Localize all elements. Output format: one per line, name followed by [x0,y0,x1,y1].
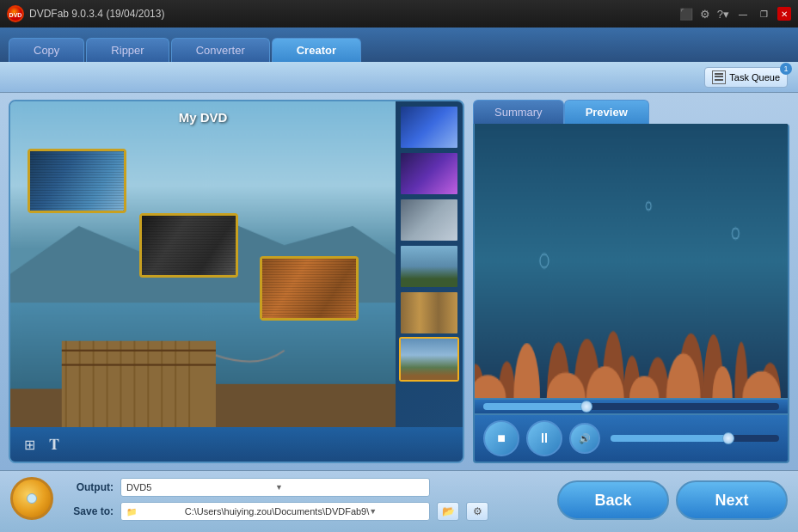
volume-thumb[interactable] [722,432,734,444]
tab-converter[interactable]: Converter [171,38,270,62]
next-button[interactable]: Next [676,480,788,520]
tab-creator[interactable]: Creator [272,38,361,62]
volume-button[interactable]: 🔊 [569,423,600,454]
titlebar-left: DVD DVDFab 9.0.3.4 (19/04/2013) [7,5,164,22]
tab-ripper[interactable]: Ripper [86,38,169,62]
thumbnail-strip [396,101,463,427]
dvd-title: My DVD [10,110,396,125]
thumbnail-6[interactable] [399,337,459,382]
video-canvas [475,124,788,398]
output-value: DVD5 [126,482,275,492]
action-buttons: Back Next [557,480,788,520]
tab-summary[interactable]: Summary [473,100,564,124]
saveto-dropdown-arrow-icon: ▼ [369,507,424,516]
output-settings: Output: DVD5 ▼ Save to: 📁 C:\Users\huiyi… [0,470,798,532]
minimize-button[interactable]: — [736,7,750,21]
volume-slider[interactable] [611,435,779,442]
titlebar: DVD DVDFab 9.0.3.4 (19/04/2013) ⬛ ⚙ ?▾ —… [0,0,798,28]
grid-tool-button[interactable]: ⊞ [24,437,35,453]
saveto-input[interactable]: 📁 C:\Users\huiying.zou\Documents\DVDFab9… [120,502,430,521]
restore-button[interactable]: ❐ [757,7,770,21]
thumbnail-5[interactable] [399,290,459,335]
dvd-creator-panel: My DVD Coral Sea Dreaming.rmvb Cold War.… [9,100,464,463]
right-panel: Summary Preview ■ ⏸ 🔊 [473,100,789,463]
tab-copy[interactable]: Copy [9,38,84,62]
player-controls: ■ ⏸ 🔊 [473,415,789,463]
main-content: My DVD Coral Sea Dreaming.rmvb Cold War.… [0,93,798,470]
gear-icon[interactable]: ⚙ [700,8,710,21]
dvd-hole [27,493,37,504]
settings-small-button[interactable]: ⚙ [466,502,488,521]
video-thumb-1[interactable]: Coral Sea Dreaming.rmvb [28,149,126,213]
dropdown-arrow-icon: ▼ [275,483,424,492]
app-title: DVDFab 9.0.3.4 (19/04/2013) [29,8,164,20]
queue-icon [712,70,726,84]
monitor-icon[interactable]: ⬛ [679,8,693,21]
task-queue-badge: 1 [780,63,792,75]
saveto-label: Save to: [62,505,114,517]
seek-bar[interactable] [483,403,779,410]
dvd-preview-area: My DVD Coral Sea Dreaming.rmvb Cold War.… [10,101,396,427]
svg-text:DVD: DVD [9,12,22,18]
output-dropdown[interactable]: DVD5 ▼ [120,478,430,497]
task-queue-button[interactable]: Task Queue 1 [704,67,788,88]
dvd-disc-icon [10,477,53,520]
text-tool-button[interactable]: 𝐓 [49,436,59,454]
stop-icon: ■ [497,431,506,446]
seek-thumb[interactable] [580,401,592,413]
settings-small-icon: ⚙ [473,505,482,517]
folder-icon: 📂 [442,505,455,517]
preview-tabs: Summary Preview [473,100,789,124]
saveto-value: C:\Users\huiying.zou\Documents\DVDFab9\ [185,506,370,517]
browse-folder-button[interactable]: 📂 [437,502,459,521]
video-thumb-2[interactable]: Cold War.rmvb [139,213,238,278]
app-logo: DVD [7,5,24,22]
stop-button[interactable]: ■ [483,420,519,456]
creator-toolbar: ⊞ 𝐓 [10,427,463,462]
output-label: Output: [62,481,114,493]
titlebar-controls: ⬛ ⚙ ?▾ — ❐ ✕ [679,7,791,21]
video-thumb-3[interactable]: Tribute Live.avi [260,256,359,321]
thumbnail-2[interactable] [399,151,459,196]
tab-preview[interactable]: Preview [564,100,649,124]
nav-tabs: Copy Ripper Converter Creator [0,28,798,62]
seek-bar-container [473,400,789,415]
toolbar: Task Queue 1 [0,62,798,93]
pause-button[interactable]: ⏸ [526,420,562,456]
close-button[interactable]: ✕ [777,7,791,21]
thumbnail-4[interactable] [399,244,459,289]
thumbnail-3[interactable] [399,198,459,242]
video-display [473,124,789,400]
help-icon[interactable]: ?▾ [717,8,729,21]
task-queue-label: Task Queue [729,72,780,83]
thumbnail-1[interactable] [399,105,459,150]
back-button[interactable]: Back [557,480,669,520]
volume-icon: 🔊 [579,433,591,444]
folder-small-icon: 📁 [126,507,181,517]
pause-icon: ⏸ [537,431,551,446]
bottom-area: Output: DVD5 ▼ Save to: 📁 C:\Users\huiyi… [0,470,798,532]
